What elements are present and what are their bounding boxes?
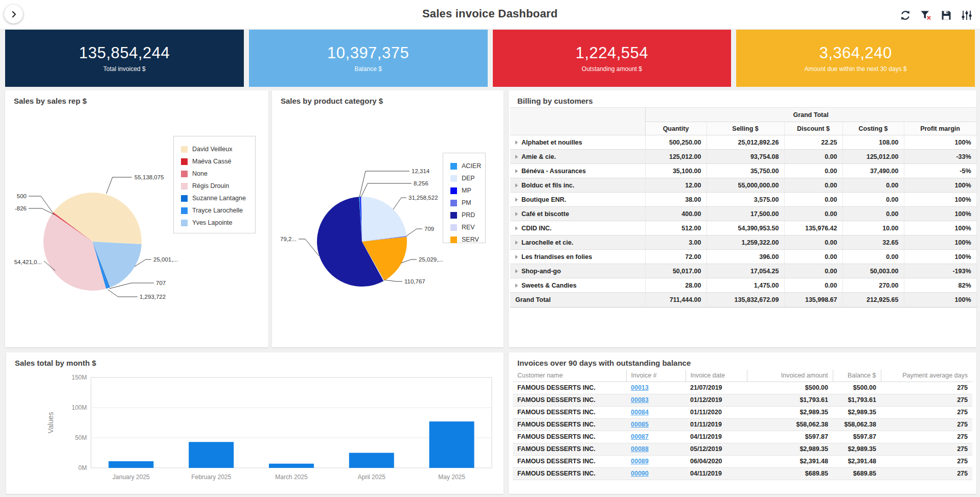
row-expander-icon[interactable]: [515, 241, 518, 245]
billing-value-cell: 100%: [904, 178, 976, 193]
pie-slice-dep[interactable]: [361, 197, 406, 242]
kpi-card-1[interactable]: 10,397,375Balance $: [249, 30, 488, 87]
invoice-cell: 00090: [626, 467, 686, 480]
invoice-number-link[interactable]: 00085: [631, 421, 649, 428]
customer-name-cell: Shop-and-go: [510, 264, 645, 278]
billing-value-cell: 38.00: [645, 193, 706, 207]
legend-label: PRD: [462, 211, 475, 219]
billing-value-cell: 35,100.00: [645, 164, 706, 178]
billing-row[interactable]: Les friandises en folies72.00396.000.000…: [510, 250, 976, 264]
invoice-row[interactable]: FAMOUS DESSERTS INC.0008704/11/2019$597.…: [513, 431, 972, 443]
kpi-card-0[interactable]: 135,854,244Total invoiced $: [5, 30, 244, 87]
invoice-row[interactable]: FAMOUS DESSERTS INC.0009004/11/2019$689.…: [513, 467, 972, 480]
invoices-column-header: Invoice date: [686, 370, 747, 382]
legend-item-david-veilleux[interactable]: David Veilleux: [181, 143, 248, 155]
billing-value-cell: 93,754.08: [706, 150, 784, 164]
sales-by-rep-chart: 55,138,075500-82654,421,0...25,001,...70…: [5, 90, 268, 347]
invoice-row[interactable]: FAMOUS DESSERTS INC.0008301/12/2019$1,79…: [513, 394, 972, 406]
bar-may-2025[interactable]: [429, 421, 474, 468]
bar-april-2025[interactable]: [349, 453, 394, 468]
legend-item-pm[interactable]: PM: [450, 197, 478, 209]
clear-filter-icon[interactable]: [920, 9, 932, 21]
legend-item-acier[interactable]: ACIER: [450, 160, 478, 172]
legend-item-trayce-larochelle[interactable]: Trayce Larochelle: [181, 204, 248, 217]
row-expander-icon[interactable]: [515, 269, 518, 273]
legend-item-r-gis-drouin[interactable]: Régis Drouin: [181, 180, 248, 192]
invoice-row[interactable]: FAMOUS DESSERTS INC.0008906/04/2020$2,39…: [513, 455, 972, 467]
invoice-number-link[interactable]: 00013: [631, 384, 649, 391]
billing-row[interactable]: Café et biscotte400.0017,500.000.000.001…: [510, 207, 976, 221]
kpi-value: 1,224,554: [576, 44, 648, 62]
billing-row[interactable]: Bolduc et fils inc.12.0055,000,000.000.0…: [510, 178, 976, 193]
invoice-number-link[interactable]: 00087: [631, 433, 649, 440]
kpi-label: Balance $: [354, 65, 381, 73]
legend-item-none[interactable]: None: [181, 168, 248, 180]
customer-name-cell: Sweets & Candies: [510, 278, 645, 293]
billing-value-cell: 0.00: [784, 207, 842, 221]
billing-row[interactable]: Boutique ENR.38.003,575.000.000.00100%: [510, 193, 976, 207]
billing-value-cell: 396.00: [706, 250, 784, 264]
invoice-cell: 06/04/2020: [686, 455, 747, 467]
invoice-row[interactable]: FAMOUS DESSERTS INC.0008805/12/2019$2,98…: [513, 443, 972, 455]
invoice-row[interactable]: FAMOUS DESSERTS INC.0008401/11/2020$2,98…: [513, 406, 972, 418]
invoice-number-link[interactable]: 00090: [631, 470, 649, 477]
sales-by-month-chart: 0M50M100M150MJanuary 2025February 2025Ma…: [6, 352, 504, 494]
y-axis-tick-label: 100M: [72, 404, 87, 411]
legend-label: Maéva Cassé: [192, 158, 231, 165]
save-icon[interactable]: [940, 9, 952, 21]
billing-row[interactable]: Larochelle et cie.3.001,259,322.000.0032…: [510, 235, 976, 250]
legend-label: REV: [462, 224, 475, 231]
row-expander-icon[interactable]: [515, 155, 518, 159]
refresh-icon[interactable]: [899, 9, 911, 21]
legend-item-mp[interactable]: MP: [450, 184, 478, 197]
legend-swatch: [181, 207, 188, 214]
billing-value-cell: 100%: [904, 135, 976, 150]
billing-value-cell: 400.00: [645, 207, 706, 221]
legend-item-prd[interactable]: PRD: [450, 209, 478, 221]
invoice-row[interactable]: FAMOUS DESSERTS INC.0008501/11/2019$58,0…: [513, 418, 972, 431]
invoice-cell: FAMOUS DESSERTS INC.: [513, 406, 626, 418]
legend-swatch: [450, 212, 457, 219]
invoice-cell: 275: [881, 431, 972, 443]
kpi-card-2[interactable]: 1,224,554Outstanding amount $: [493, 30, 732, 87]
billing-value-cell: 0.00: [784, 150, 842, 164]
invoice-number-link[interactable]: 00088: [631, 445, 649, 453]
billing-row[interactable]: Amie & cie.125,012.0093,754.080.00125,01…: [510, 150, 976, 164]
row-expander-icon[interactable]: [515, 183, 518, 187]
kpi-card-3[interactable]: 3,364,240Amount due within the next 30 d…: [736, 30, 975, 87]
row-expander-icon[interactable]: [515, 212, 518, 216]
bar-march-2025[interactable]: [269, 464, 314, 468]
bar-january-2025[interactable]: [108, 461, 153, 468]
invoice-number-link[interactable]: 00089: [631, 458, 649, 465]
legend-item-suzanne-lantagne[interactable]: Suzanne Lantagne: [181, 192, 248, 204]
row-expander-icon[interactable]: [515, 255, 518, 259]
row-expander-icon[interactable]: [515, 283, 518, 288]
invoice-number-link[interactable]: 00083: [631, 396, 649, 404]
billing-row[interactable]: Alphabet et nouilles500,250.0025,012,892…: [510, 135, 976, 150]
legend-item-rev[interactable]: REV: [450, 221, 478, 233]
invoice-number-link[interactable]: 00084: [631, 409, 649, 416]
bar-february-2025[interactable]: [189, 442, 234, 468]
row-expander-icon[interactable]: [515, 140, 518, 145]
legend-swatch: [181, 158, 188, 165]
invoice-row[interactable]: FAMOUS DESSERTS INC.0001321/07/2019$500.…: [513, 382, 972, 394]
billing-value-cell: 270.00: [842, 278, 904, 293]
billing-row[interactable]: Sweets & Candies28.001,475.000.00270.008…: [510, 278, 976, 293]
sales-by-month-panel: Sales total by month $ 0M50M100M150MJanu…: [6, 352, 504, 494]
row-expander-icon[interactable]: [515, 226, 518, 230]
legend-swatch: [450, 175, 457, 182]
legend-item-ma-va-cass-[interactable]: Maéva Cassé: [181, 155, 248, 168]
options-icon[interactable]: [961, 9, 973, 21]
billing-row[interactable]: CDID INC.512.0054,390,953.50135,976.4210…: [510, 221, 976, 235]
row-expander-icon[interactable]: [515, 169, 518, 173]
row-expander-icon[interactable]: [515, 198, 518, 202]
legend-item-yves-lapointe[interactable]: Yves Lapointe: [181, 217, 248, 229]
billing-row[interactable]: Shop-and-go50,017.0017,054.250.0050,003.…: [510, 264, 976, 278]
legend-swatch: [450, 163, 457, 170]
invoice-cell: 00087: [626, 431, 686, 443]
legend-item-dep[interactable]: DEP: [450, 172, 478, 184]
legend-item-serv[interactable]: SERV: [450, 233, 478, 246]
billing-row[interactable]: Bénéva - Assurances35,100.0035,750.000.0…: [510, 164, 976, 178]
billing-value-cell: 100%: [904, 221, 976, 235]
slice-value-label: 1,293,722: [140, 294, 166, 300]
